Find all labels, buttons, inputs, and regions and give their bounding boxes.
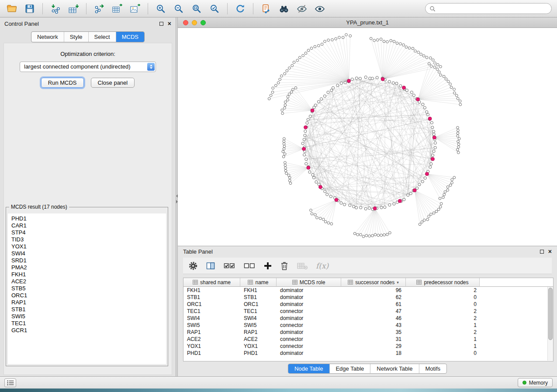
float-table-panel-icon[interactable] [540,250,544,254]
mcds-result-item[interactable]: SRD1 [8,257,166,264]
table-scrollbar[interactable] [547,287,553,361]
show-graphics-details-button[interactable] [311,2,328,16]
mcds-result-item[interactable]: RAP1 [8,299,166,306]
mcds-result-item[interactable]: SWI4 [8,250,166,257]
table-row[interactable]: ACE2ACE2connector311 [183,336,553,343]
add-column-button[interactable] [263,261,272,270]
tab-node-table[interactable]: Node Table [288,364,330,373]
memory-button[interactable]: Memory [518,378,553,387]
column-header-shared-name[interactable]: shared name [183,278,240,287]
column-header-predecessor-nodes[interactable]: predecessor nodes [406,278,480,287]
table-row[interactable]: YOX1YOX1connector291 [183,343,553,350]
search-input[interactable] [438,6,547,12]
maximize-window-button[interactable] [201,20,206,25]
zoom-out-button[interactable] [170,2,187,16]
mcds-result-item[interactable]: SWI5 [8,313,166,320]
mcds-result-item[interactable]: STP4 [8,229,166,236]
column-header-mcds-role[interactable]: MCDS role [277,278,341,287]
mcds-result-item[interactable]: ACE2 [8,278,166,285]
cell-filler [480,301,553,308]
close-window-button[interactable] [183,20,188,25]
hide-graphics-details-button[interactable] [294,2,310,16]
columns-icon [206,261,215,271]
cell-shared-name: RAP1 [183,329,240,336]
delete-column-button[interactable] [280,261,289,271]
export-network-button[interactable] [91,2,107,16]
zoom-selected-button[interactable] [206,2,223,16]
mcds-result-item[interactable]: PMA2 [8,264,166,271]
open-session-button[interactable] [3,2,20,16]
column-label: successor nodes [355,279,394,285]
table-row[interactable]: SWI4SWI4dominator462 [183,315,553,322]
search-network-button[interactable] [276,2,292,16]
table-row[interactable]: SWI5SWI5connector431 [183,322,553,329]
column-header-filler [480,278,553,287]
network-graph[interactable] [178,28,556,245]
mcds-result-item[interactable]: YOX1 [8,243,166,250]
tab-mcds[interactable]: MCDS [116,32,144,42]
list-icon [7,380,14,385]
tab-network-table[interactable]: Network Table [370,364,419,373]
task-history-button[interactable] [4,378,16,387]
cell-mcds-role: dominator [277,329,341,336]
search-box[interactable] [425,3,552,14]
tab-edge-table[interactable]: Edge Table [329,364,370,373]
mcds-result-item[interactable]: TEC1 [8,320,166,327]
table-row[interactable]: PHD1PHD1dominator180 [183,350,553,357]
minimize-window-button[interactable] [192,20,197,25]
control-panel-header: Control Panel × [0,17,176,30]
zoom-fit-button[interactable] [188,2,205,16]
table-row[interactable]: STB1STB1dominator620 [183,294,553,301]
sort-icon [248,280,253,285]
tab-network[interactable]: Network [31,32,64,42]
criterion-dropdown[interactable]: largest connected component (undirected) [20,62,156,72]
close-table-panel-icon[interactable]: × [548,249,552,254]
table-row[interactable]: TEC1TEC1connector472 [183,308,553,315]
save-session-button[interactable] [21,2,38,16]
export-table-button[interactable] [109,2,125,16]
export-table-icon [111,3,123,14]
mcds-result-item[interactable]: STB1 [8,306,166,313]
table-row[interactable]: FKH1FKH1dominator962 [183,287,553,294]
mcds-result-item[interactable]: ORC1 [8,292,166,299]
table-row[interactable]: RAP1RAP1dominator352 [183,329,553,336]
show-columns-button[interactable] [206,261,215,271]
select-all-button[interactable] [223,261,235,271]
table-tabs: Node Table Edge Table Network Table Moti… [288,364,447,374]
cell-name: STB1 [240,294,277,301]
open-folder-icon [6,3,17,14]
deselect-all-button[interactable] [243,261,256,271]
scrollbar-thumb[interactable] [548,288,553,340]
table-row[interactable]: ORC1ORC1dominator610 [183,301,553,308]
zoom-in-button[interactable] [152,2,169,16]
network-canvas[interactable] [178,28,557,246]
column-header-name[interactable]: name [240,278,277,287]
mcds-result-list[interactable]: PHD1CAR1STP4TID3YOX1SWI4SRD1PMA2FKH1ACE2… [8,213,166,364]
tab-style[interactable]: Style [64,32,89,42]
column-header-successor-nodes[interactable]: successor nodes ▾ [341,278,406,287]
mcds-result-item[interactable]: TID3 [8,236,166,243]
float-panel-icon[interactable] [159,22,163,26]
tab-motifs[interactable]: Motifs [419,364,446,373]
share-document-button[interactable] [258,2,274,16]
table-settings-button[interactable] [188,261,198,271]
mcds-result-item[interactable]: PHD1 [8,215,166,222]
cell-mcds-role: connector [277,308,341,315]
mcds-result-item[interactable]: GCR1 [8,327,166,334]
cell-successor-nodes: 47 [341,308,406,315]
export-image-button[interactable] [127,2,143,16]
import-network-button[interactable] [47,2,64,16]
close-panel-button[interactable]: Close panel [91,78,135,88]
import-table-button[interactable] [65,2,82,16]
run-mcds-button[interactable]: Run MCDS [41,78,84,88]
network-titlebar: YPA_prune.txt_1 [178,17,557,28]
table-panel-header: Table Panel × [178,246,557,257]
mcds-result-item[interactable]: FKH1 [8,271,166,278]
node-table: shared name name MCDS role successor nod… [183,278,554,361]
tab-select[interactable]: Select [89,32,116,42]
close-panel-icon[interactable]: × [168,21,171,26]
trash-icon [280,261,289,271]
refresh-view-button[interactable] [232,2,249,16]
mcds-result-item[interactable]: STB5 [8,285,166,292]
mcds-result-item[interactable]: CAR1 [8,222,166,229]
